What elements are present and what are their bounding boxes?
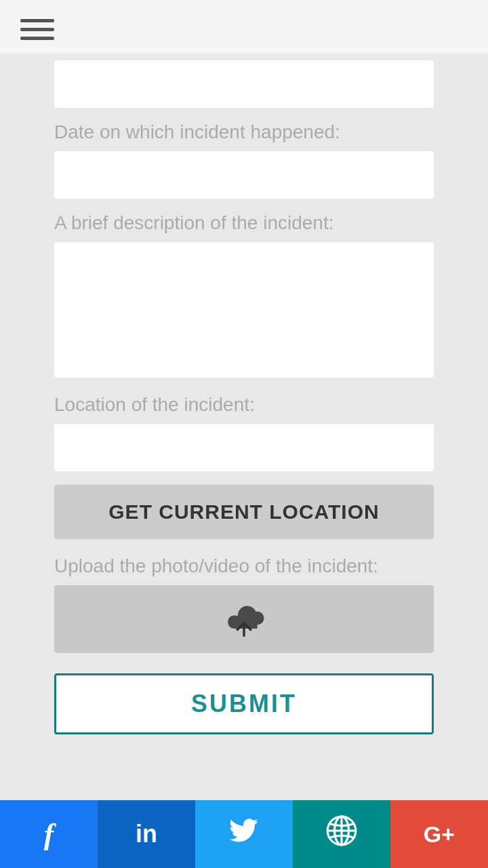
google-button[interactable]: G+ [390,800,488,868]
top-partial-input[interactable] [54,60,434,108]
location-label: Location of the incident: [54,394,434,416]
get-location-button[interactable]: GET CURRENT LOCATION [54,485,434,539]
hamburger-line-2 [20,28,54,31]
social-footer: f in G+ [0,800,488,868]
header [0,0,488,54]
facebook-button[interactable]: f [0,800,98,868]
web-button[interactable] [293,800,390,868]
upload-label: Upload the photo/video of the incident: [54,555,434,577]
facebook-icon: f [44,817,54,852]
description-label: A brief description of the incident: [54,212,434,234]
submit-button[interactable]: SUBMIT [54,673,434,734]
google-icon: G+ [424,821,455,848]
linkedin-icon: in [136,820,157,848]
description-input[interactable] [54,242,434,378]
location-input[interactable] [54,424,434,471]
hamburger-line-1 [20,19,54,22]
twitter-icon [227,814,261,854]
upload-area[interactable] [54,585,434,653]
upload-cloud-icon [220,599,268,639]
date-label: Date on which incident happened: [54,121,434,143]
hamburger-menu[interactable] [20,19,54,40]
form-container: Date on which incident happened: A brief… [0,60,488,755]
linkedin-button[interactable]: in [98,800,195,868]
globe-icon [325,814,359,854]
twitter-button[interactable] [195,800,293,868]
date-input[interactable] [54,151,434,199]
hamburger-line-3 [20,37,54,40]
